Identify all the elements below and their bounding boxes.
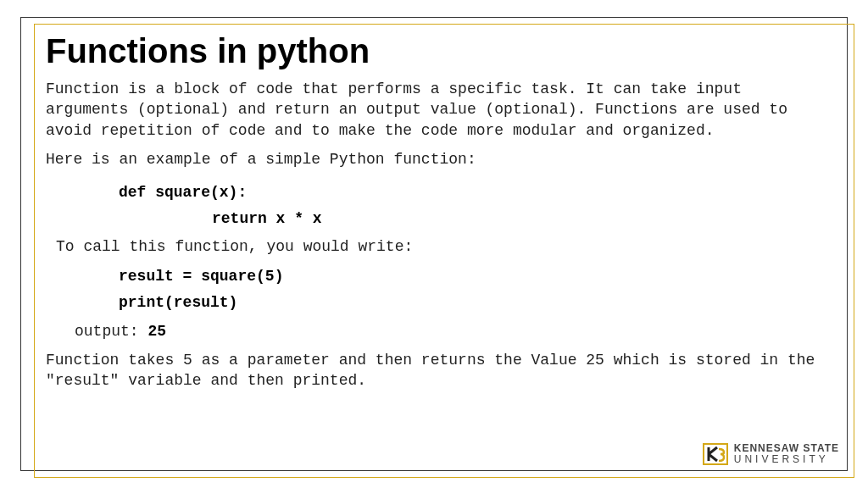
output-label: output:	[75, 323, 147, 340]
output-line: output: 25	[75, 323, 829, 340]
slide-content: Functions in python Function is a block …	[46, 32, 829, 463]
university-logo: KENNESAW STATE UNIVERSITY	[702, 441, 839, 468]
output-value: 25	[147, 323, 166, 340]
ksu-logo-icon	[702, 441, 729, 468]
definition-paragraph: Function is a block of code that perform…	[46, 79, 829, 141]
explanation-paragraph: Function takes 5 as a parameter and then…	[46, 350, 829, 391]
call-intro: To call this function, you would write:	[56, 238, 829, 255]
code-return-line: return x * x	[212, 206, 829, 232]
code-call-line2: print(result)	[119, 290, 829, 316]
code-def-line: def square(x):	[119, 180, 829, 206]
code-definition: def square(x): return x * x	[119, 180, 829, 231]
example-intro: Here is an example of a simple Python fu…	[46, 149, 829, 169]
logo-line2: UNIVERSITY	[734, 454, 839, 465]
logo-text: KENNESAW STATE UNIVERSITY	[734, 443, 839, 465]
code-call-line1: result = square(5)	[119, 263, 829, 290]
slide-title: Functions in python	[46, 32, 829, 70]
code-call: result = square(5) print(result)	[119, 263, 829, 315]
